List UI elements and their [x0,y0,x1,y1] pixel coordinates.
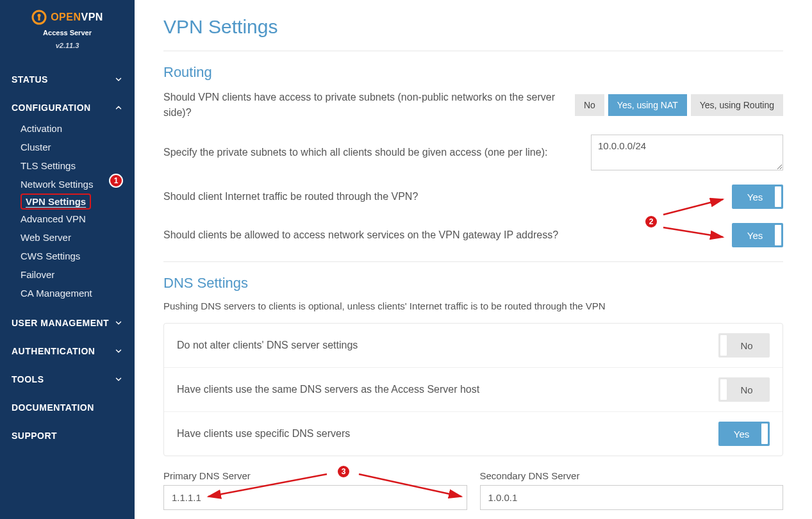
sidebar-item-tls[interactable]: TLS Settings [21,156,127,175]
dns-options-box: Do not alter clients' DNS server setting… [163,323,783,456]
sidebar-item-activation[interactable]: Activation [21,119,127,138]
divider [163,261,783,262]
primary-dns-label: Primary DNS Server [163,470,467,481]
toggle-dns-noalter[interactable]: No [718,333,770,358]
svg-rect-2 [38,16,40,21]
dns-opt-same: Have clients use the same DNS servers as… [177,384,479,395]
sidebar-item-ca-mgmt[interactable]: CA Management [21,284,127,302]
nav-support[interactable]: SUPPORT [0,422,135,450]
annotation-badge-1: 1 [109,174,123,188]
openvpn-logo-icon [31,10,47,25]
nav-config-items: Activation Cluster TLS Settings Network … [0,119,135,302]
q-gateway-access: Should clients be allowed to access netw… [163,227,719,243]
sidebar-item-cluster[interactable]: Cluster [21,138,127,156]
secondary-dns-label: Secondary DNS Server [480,470,784,481]
nav-authentication[interactable]: AUTHENTICATION [0,337,135,365]
sidebar-item-vpn-settings[interactable]: VPN Settings [21,194,91,210]
page-title: VPN Settings [163,16,783,38]
sidebar-item-web-server[interactable]: Web Server [21,228,127,247]
nav-configuration[interactable]: CONFIGURATION [0,94,135,122]
subnet-opt-routing[interactable]: Yes, using Routing [691,94,783,116]
subnet-access-options: No Yes, using NAT Yes, using Routing [575,94,783,116]
chevron-down-icon [114,375,123,384]
chevron-up-icon [114,103,123,112]
dns-desc: Pushing DNS servers to clients is option… [163,301,783,311]
nav-user-mgmt[interactable]: USER MANAGEMENT [0,309,135,337]
chevron-down-icon [114,347,123,356]
sidebar-item-failover[interactable]: Failover [21,265,127,284]
sidebar-item-advanced-vpn[interactable]: Advanced VPN [21,210,127,228]
dns-opt-noalter: Do not alter clients' DNS server setting… [177,340,358,351]
subnet-opt-nat[interactable]: Yes, using NAT [608,94,687,116]
toggle-dns-same[interactable]: No [718,377,770,402]
primary-dns-input[interactable] [163,485,467,510]
nav-tools[interactable]: TOOLS [0,365,135,393]
toggle-dns-specific[interactable]: Yes [718,422,770,446]
nav-docs[interactable]: DOCUMENTATION [0,393,135,422]
q-specify-subnets: Specify the private subnets to which all… [163,145,578,160]
brand-subtitle: Access Server [0,29,135,37]
annotation-badge-3: 3 [336,465,351,479]
sidebar-item-cws[interactable]: CWS Settings [21,247,127,265]
subnets-textarea[interactable] [591,135,783,170]
toggle-gateway-access[interactable]: Yes [732,223,783,247]
dns-opt-specific: Have clients use specific DNS servers [177,428,350,440]
subnet-opt-no[interactable]: No [575,94,604,116]
annotation-badge-2: 2 [644,215,658,229]
routing-heading: Routing [163,64,783,81]
q-private-subnets: Should VPN clients have access to privat… [163,90,562,120]
sidebar: OPENVPN Access Server v2.11.3 STATUS CON… [0,0,135,519]
main-content: VPN Settings Routing Should VPN clients … [135,0,812,519]
chevron-down-icon [114,318,123,327]
brand-text: OPENVPN [51,12,103,23]
q-route-internet: Should client Internet traffic be routed… [163,189,719,204]
version-label: v2.11.3 [0,42,135,49]
secondary-dns-input[interactable] [480,485,784,510]
logo-block: OPENVPN Access Server v2.11.3 [0,10,135,49]
divider [163,51,783,51]
toggle-route-internet[interactable]: Yes [732,185,783,209]
nav-status[interactable]: STATUS [0,65,135,94]
chevron-down-icon [114,75,123,84]
dns-heading: DNS Settings [163,275,783,292]
